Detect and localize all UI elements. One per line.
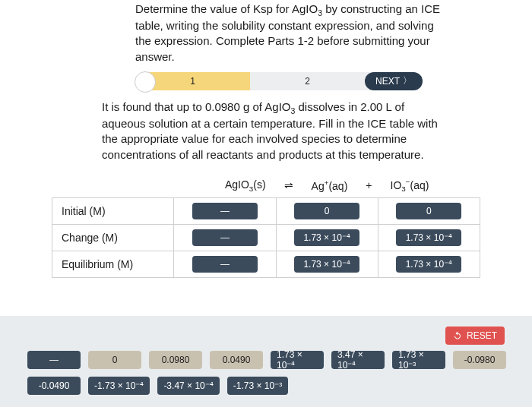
ice-cell[interactable]: 1.73 × 10⁻⁴ <box>396 256 461 273</box>
instruction-text-1: Determine the value of Ksp for AgIO3 by … <box>135 2 448 65</box>
plus-sign: + <box>366 179 372 191</box>
equilibrium-arrow: ⇌ <box>284 179 293 191</box>
ice-cell[interactable]: 0 <box>294 203 359 219</box>
answer-tile[interactable]: 1.73 × 10⁻⁴ <box>271 351 324 369</box>
answer-tile[interactable]: 0.0980 <box>149 351 202 369</box>
answer-tile[interactable]: 1.73 × 10⁻³ <box>392 351 445 369</box>
answer-tile[interactable]: 0 <box>88 351 141 369</box>
row-label: Change (M) <box>52 225 174 251</box>
ice-cell[interactable]: 0 <box>396 203 461 219</box>
bank-row-2: -0.0490 -1.73 × 10⁻⁴ -3.47 × 10⁻⁴ -1.73 … <box>27 377 505 395</box>
ice-cell[interactable]: 1.73 × 10⁻⁴ <box>294 229 359 246</box>
step-1-tab[interactable]: 1 <box>135 72 250 90</box>
next-label: NEXT <box>375 76 400 87</box>
step-2-label: 2 <box>305 76 310 87</box>
answer-tile[interactable]: -1.73 × 10⁻³ <box>227 377 288 395</box>
step-progress: 1 2 NEXT 〉 <box>135 72 423 90</box>
answer-tile[interactable]: -3.47 × 10⁻⁴ <box>157 377 219 395</box>
instruction-text-2: It is found that up to 0.0980 g of AgIO3… <box>102 99 448 162</box>
answer-tile[interactable]: -0.0980 <box>453 351 506 369</box>
reset-button[interactable]: RESET <box>445 327 505 345</box>
reset-label: RESET <box>467 330 497 341</box>
bank-row-1: — 0 0.0980 0.0490 1.73 × 10⁻⁴ 3.47 × 10⁻… <box>27 351 505 369</box>
answer-tile[interactable]: -1.73 × 10⁻⁴ <box>88 377 150 395</box>
next-button[interactable]: NEXT 〉 <box>365 72 423 90</box>
ice-cell[interactable]: 1.73 × 10⁻⁴ <box>294 256 359 273</box>
answer-bank: RESET — 0 0.0980 0.0490 1.73 × 10⁻⁴ 3.47… <box>0 316 532 407</box>
row-label: Initial (M) <box>52 198 174 225</box>
species-c: IO3−(aq) <box>391 178 429 193</box>
species-a: AgIO3(s) <box>225 178 266 193</box>
answer-tile[interactable]: -0.0490 <box>27 377 81 395</box>
answer-tile[interactable]: 0.0490 <box>210 351 263 369</box>
ice-cell[interactable]: — <box>192 203 258 219</box>
ice-cell[interactable]: — <box>192 229 258 246</box>
step-1-label: 1 <box>190 76 195 87</box>
species-b: Ag+(aq) <box>312 178 348 192</box>
ice-cell[interactable]: 1.73 × 10⁻⁴ <box>396 229 461 246</box>
answer-tile[interactable]: 3.47 × 10⁻⁴ <box>331 351 385 369</box>
ice-cell[interactable]: — <box>192 256 258 273</box>
ice-table: AgIO3(s) ⇌ Ag+(aq) + IO3−(aq) Initial (M… <box>52 173 480 278</box>
answer-tile[interactable]: — <box>27 351 81 369</box>
chevron-right-icon: 〉 <box>403 74 412 87</box>
step-2-tab[interactable]: 2 <box>250 72 365 90</box>
reset-icon <box>453 331 462 340</box>
row-label: Equilibrium (M) <box>52 251 174 278</box>
